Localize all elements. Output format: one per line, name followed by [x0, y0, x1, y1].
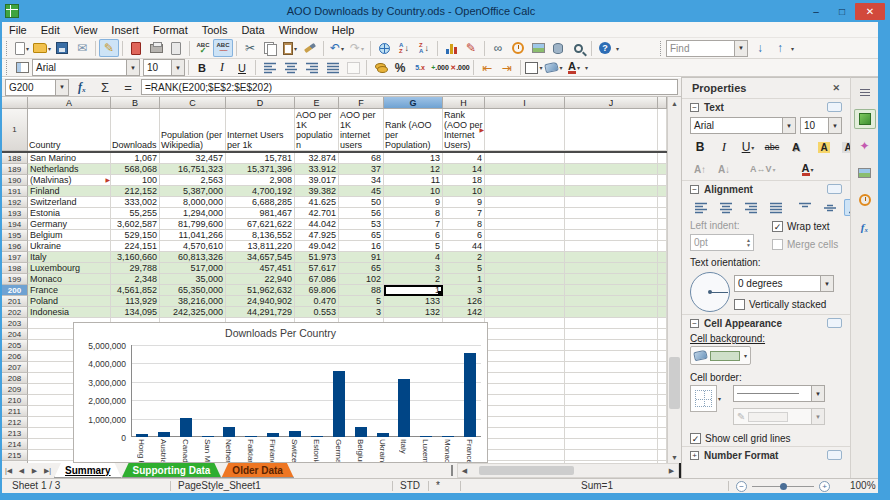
alignment-section-more-icon[interactable] — [827, 184, 842, 194]
row-header-204[interactable]: 204 — [2, 329, 28, 340]
row-header-188[interactable]: 188 — [2, 153, 28, 164]
cell[interactable]: 37 — [339, 164, 384, 175]
cell[interactable]: 67,621,622 — [226, 219, 295, 230]
cell[interactable] — [485, 307, 565, 318]
cell[interactable] — [565, 186, 658, 197]
cell[interactable] — [658, 274, 667, 285]
border-line-style-select[interactable]: ▼ — [733, 385, 825, 402]
font-name-select[interactable]: Arial▼ — [32, 59, 140, 76]
row-header-203[interactable]: 203 — [2, 318, 28, 329]
cell[interactable] — [485, 219, 565, 230]
cell[interactable] — [565, 406, 658, 417]
cell[interactable]: 81,799,600 — [160, 219, 226, 230]
save-button[interactable] — [52, 39, 72, 57]
header-cell[interactable]: Downloads — [111, 109, 160, 151]
spreadsheet-grid[interactable]: ABCDEFGHIJ 1CountryDownloadsPopulation (… — [2, 97, 681, 463]
row-header-190[interactable]: 190 — [2, 175, 28, 186]
column-header-partial[interactable] — [658, 97, 667, 109]
cell[interactable]: 69.806 — [295, 285, 339, 296]
sum-button[interactable]: Σ — [95, 78, 115, 96]
cell[interactable]: Poland — [28, 296, 111, 307]
cell[interactable] — [565, 208, 658, 219]
cell-appearance-more-icon[interactable] — [827, 318, 842, 328]
cell[interactable]: 10 — [443, 186, 485, 197]
line-color-dropdown-icon[interactable]: ▼ — [811, 409, 824, 424]
cell[interactable] — [658, 406, 667, 417]
sidebar-menu-icon[interactable] — [854, 82, 876, 102]
row-header-205[interactable]: 205 — [2, 340, 28, 351]
cell[interactable] — [658, 285, 667, 296]
cell[interactable]: 68 — [339, 153, 384, 164]
paste-button[interactable]: ▾ — [280, 39, 300, 57]
cell[interactable] — [565, 428, 658, 439]
cell[interactable]: 8 — [443, 219, 485, 230]
cell[interactable] — [485, 263, 565, 274]
font-color-button[interactable]: A▾ — [564, 59, 584, 77]
sheet-tab-older-data[interactable]: Older Data — [221, 463, 294, 478]
cell[interactable]: 53 — [339, 219, 384, 230]
cell[interactable]: 126 — [443, 296, 485, 307]
cell[interactable]: 11,041,266 — [160, 230, 226, 241]
cell[interactable]: 10 — [384, 186, 443, 197]
cell[interactable]: 88 — [339, 285, 384, 296]
cell[interactable] — [565, 175, 658, 186]
row-header-214[interactable]: 214 — [2, 439, 28, 450]
cell[interactable]: 39.382 — [295, 186, 339, 197]
menu-edit[interactable]: Edit — [34, 22, 67, 37]
menu-tools[interactable]: Tools — [195, 22, 235, 37]
zoom-button[interactable] — [568, 39, 588, 57]
close-button[interactable]: ✕ — [855, 3, 885, 20]
zoom-slider[interactable] — [752, 486, 814, 487]
cell[interactable]: 44.042 — [295, 219, 339, 230]
cell[interactable]: Belgium — [28, 230, 111, 241]
cell[interactable] — [658, 318, 667, 329]
cell[interactable]: 51,962,632 — [226, 285, 295, 296]
decrease-indent-button[interactable]: ⇤ — [477, 59, 497, 77]
cell[interactable]: 33.912 — [295, 164, 339, 175]
cell[interactable] — [485, 175, 565, 186]
cell[interactable]: Indonesia — [28, 307, 111, 318]
background-color-button[interactable]: ▾ — [544, 59, 564, 77]
row-header-1[interactable]: 1 — [2, 109, 28, 151]
find-input[interactable]: Find▼ — [666, 40, 748, 57]
row-header-207[interactable]: 207 — [2, 362, 28, 373]
row-header-202[interactable]: 202 — [2, 307, 28, 318]
find-toolbar-overflow-icon[interactable]: ▾ — [791, 45, 794, 52]
cell[interactable]: 56 — [339, 208, 384, 219]
cell[interactable] — [658, 395, 667, 406]
cell[interactable]: 5 — [443, 263, 485, 274]
percent-format-button[interactable]: % — [390, 59, 410, 77]
grid-corner[interactable] — [2, 97, 28, 109]
grow-font-button[interactable]: A↑ — [690, 160, 710, 178]
cell[interactable] — [658, 307, 667, 318]
cell[interactable] — [485, 197, 565, 208]
cell[interactable] — [658, 373, 667, 384]
cell[interactable]: 4,561,852 — [111, 285, 160, 296]
cell[interactable] — [565, 285, 658, 296]
cell[interactable] — [565, 274, 658, 285]
cell[interactable] — [658, 296, 667, 307]
header-cell[interactable] — [565, 109, 658, 151]
cell[interactable]: 7 — [384, 219, 443, 230]
cell[interactable] — [658, 329, 667, 340]
cell[interactable]: 4 — [443, 153, 485, 164]
cell[interactable] — [565, 384, 658, 395]
cell[interactable] — [565, 362, 658, 373]
row-header-198[interactable]: 198 — [2, 263, 28, 274]
alignment-section-header[interactable]: − Alignment — [682, 180, 850, 197]
scroll-up-icon[interactable]: ▲ — [668, 97, 681, 109]
find-replace-button[interactable]: ∞ — [488, 39, 508, 57]
copy-button[interactable] — [260, 39, 280, 57]
standard-format-button[interactable]: 5.x — [410, 59, 430, 77]
sb-align-center-button[interactable] — [715, 199, 736, 216]
find-toolbar-grip[interactable] — [660, 41, 662, 56]
cell[interactable] — [658, 263, 667, 274]
cell[interactable]: Finland — [28, 186, 111, 197]
cell[interactable]: 35,000 — [160, 274, 226, 285]
autospellcheck-button[interactable]: ABC~~~ — [213, 39, 233, 57]
align-left-button[interactable] — [259, 59, 280, 76]
open-button[interactable]: ▾ — [32, 39, 52, 57]
name-box-dropdown-icon[interactable]: ▼ — [55, 80, 68, 95]
cell[interactable] — [658, 252, 667, 263]
cell[interactable]: 3 — [339, 307, 384, 318]
